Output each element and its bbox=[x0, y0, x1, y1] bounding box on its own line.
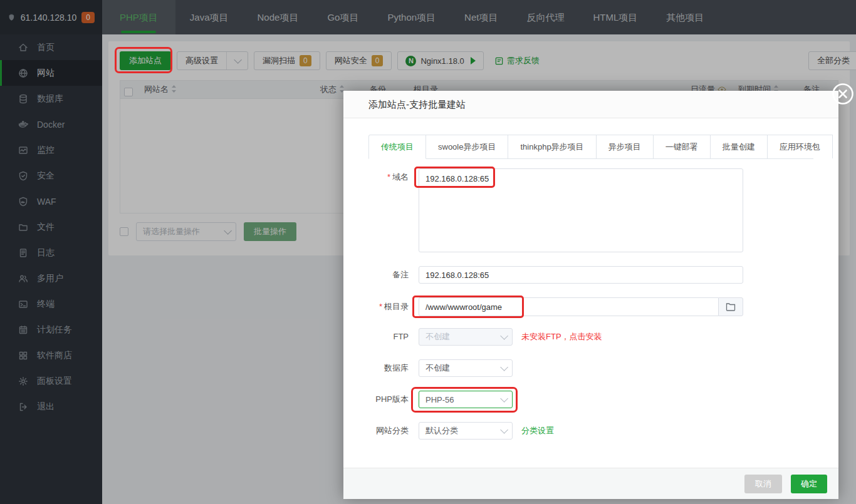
database-select[interactable]: 不创建 bbox=[419, 359, 513, 377]
chevron-down-icon bbox=[500, 363, 508, 371]
browse-folder-button[interactable] bbox=[718, 297, 743, 316]
add-site-modal: 添加站点-支持批量建站 传统项目 swoole异步项目 thinkphp异步项目… bbox=[343, 91, 838, 499]
ftp-not-installed-warning[interactable]: 未安装FTP，点击安装 bbox=[521, 328, 602, 346]
modal-tab-traditional[interactable]: 传统项目 bbox=[368, 135, 426, 159]
domain-label: *域名 bbox=[368, 168, 409, 186]
category-label: 网站分类 bbox=[368, 422, 409, 440]
database-select-value: 不创建 bbox=[425, 363, 450, 374]
close-icon[interactable] bbox=[832, 83, 854, 105]
cancel-button[interactable]: 取消 bbox=[744, 475, 782, 493]
form-row-php-version: PHP版本 PHP-56 bbox=[368, 391, 813, 408]
form-row-category: 网站分类 默认分类 分类设置 bbox=[368, 422, 813, 440]
modal-footer: 取消 确定 bbox=[343, 468, 838, 499]
modal-tab-swoole[interactable]: swoole异步项目 bbox=[425, 135, 508, 158]
ftp-select-value: 不创建 bbox=[425, 331, 450, 342]
confirm-button[interactable]: 确定 bbox=[791, 475, 827, 493]
remark-label: 备注 bbox=[368, 266, 409, 284]
root-dir-input[interactable] bbox=[419, 297, 718, 316]
chevron-down-icon bbox=[500, 332, 508, 340]
modal-tab-batch-create[interactable]: 批量创建 bbox=[710, 135, 768, 158]
modal-title: 添加站点-支持批量建站 bbox=[343, 91, 838, 118]
form-row-remark: 备注 bbox=[368, 266, 813, 284]
chevron-down-icon bbox=[500, 426, 508, 434]
category-select-value: 默认分类 bbox=[425, 425, 458, 436]
modal-tab-async[interactable]: 异步项目 bbox=[596, 135, 654, 158]
folder-open-icon bbox=[726, 302, 736, 311]
modal-tab-app-env[interactable]: 应用环境包 bbox=[767, 135, 833, 158]
form-row-database: 数据库 不创建 bbox=[368, 359, 813, 377]
modal-tabs: 传统项目 swoole异步项目 thinkphp异步项目 异步项目 一键部署 批… bbox=[368, 135, 813, 159]
php-version-value: PHP-56 bbox=[425, 395, 454, 404]
chevron-down-icon bbox=[500, 394, 508, 403]
add-site-form: *域名 备注 *根目录 FTP 不创建 bbox=[343, 159, 838, 468]
form-row-ftp: FTP 不创建 未安装FTP，点击安装 bbox=[368, 328, 813, 346]
category-select[interactable]: 默认分类 bbox=[419, 422, 513, 440]
ftp-label: FTP bbox=[368, 328, 409, 346]
database-label: 数据库 bbox=[368, 359, 409, 377]
modal-tab-thinkphp[interactable]: thinkphp异步项目 bbox=[508, 135, 596, 158]
bt-panel-app: 61.140.128.10 0 首页 网站 数据库 Docker 监控 bbox=[0, 0, 856, 504]
remark-input[interactable] bbox=[419, 266, 743, 284]
php-version-label: PHP版本 bbox=[368, 391, 409, 408]
required-asterisk: * bbox=[387, 172, 390, 182]
form-row-root-dir: *根目录 bbox=[368, 297, 813, 316]
ftp-select: 不创建 bbox=[419, 328, 513, 346]
php-version-select[interactable]: PHP-56 bbox=[419, 391, 513, 408]
modal-tab-one-click[interactable]: 一键部署 bbox=[653, 135, 711, 158]
form-row-domain: *域名 bbox=[368, 168, 813, 252]
required-asterisk: * bbox=[379, 302, 382, 311]
root-dir-label: *根目录 bbox=[368, 297, 409, 316]
domain-input[interactable] bbox=[419, 168, 743, 252]
category-settings-link[interactable]: 分类设置 bbox=[521, 422, 554, 440]
